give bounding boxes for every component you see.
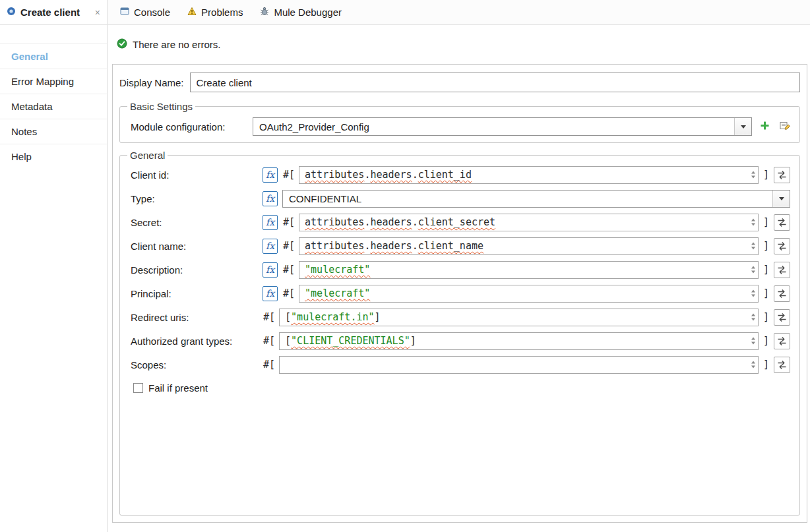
tab-console[interactable]: Console [111,0,179,24]
spinner-down-icon [751,247,755,250]
edit-config-icon [780,121,791,133]
module-configuration-select[interactable]: OAuth2_Provider_Config [253,117,752,136]
spinner-up-icon [751,171,755,174]
field-label-description: Description: [131,264,263,276]
spinner-control[interactable] [751,314,755,321]
tab-create-client[interactable]: Create client × [0,0,108,24]
code-token: . [412,216,418,228]
general-legend: General [127,150,168,161]
sidebar-item-help[interactable]: Help [0,144,107,169]
sidebar-item-general[interactable]: General [0,44,107,69]
fx-toggle-button[interactable]: fx [263,191,278,206]
fx-toggle-button[interactable]: fx [263,286,278,301]
mule-operation-icon [7,7,16,18]
expression-editor-button[interactable] [774,357,790,373]
field-row-type: Type:fxCONFIDENTIAL [125,187,794,210]
expression-input-principal[interactable]: "melecraft" [299,285,759,303]
tab-console-label: Console [134,7,170,18]
sidebar-item-notes[interactable]: Notes [0,119,107,144]
fx-toggle-button[interactable]: fx [263,167,278,183]
code-token: client_secret [418,216,495,228]
add-config-button[interactable] [757,119,772,134]
fx-toggle-button[interactable]: fx [263,262,278,278]
fail-if-present-checkbox[interactable] [133,383,143,393]
properties-sidebar: General Error Mapping Metadata Notes Hel… [0,25,108,532]
chevron-down-icon[interactable] [772,191,790,207]
expression-close-bracket: ] [763,169,769,181]
field-row-principal: Principal:fx#["melecraft"] [125,281,794,305]
spinner-down-icon [751,176,755,179]
spinner-down-icon [751,223,755,226]
expression-input-client-name[interactable]: attributes.headers.client_name [299,237,759,255]
code-token: attributes [305,169,364,181]
spinner-control[interactable] [751,171,755,179]
no-errors-check-icon [117,38,127,51]
spinner-down-icon [751,366,755,369]
close-icon[interactable]: × [95,7,100,18]
fx-toggle-button[interactable]: fx [263,239,278,254]
expression-close-bracket: ] [763,335,769,347]
code-token: [ [285,335,291,347]
code-token: . [412,240,418,252]
chevron-down-icon[interactable] [734,118,751,135]
console-icon [120,7,129,18]
expression-editor-button[interactable] [774,333,790,349]
expression-input-client-id[interactable]: attributes.headers.client_id [299,166,759,184]
expression-editor-button[interactable] [774,238,790,254]
expression-input-scopes[interactable] [279,356,759,374]
code-token: . [364,216,370,228]
spinner-up-icon [751,219,755,222]
field-label-principal: Principal: [131,288,263,299]
code-token: client_id [418,169,472,181]
edit-config-button[interactable] [777,119,793,134]
spinner-control[interactable] [751,361,755,369]
spinner-control[interactable] [751,338,755,345]
status-row: There are no errors. [112,25,807,64]
expression-input-authorized-grant-types[interactable]: ["CLIENT_CREDENTIALS"] [279,332,759,350]
main-panel: There are no errors. Display Name: Basic… [108,25,810,532]
tab-mule-debugger-label: Mule Debugger [274,7,342,18]
field-label-redirect-uris: Redirect uris: [131,312,263,323]
expression-editor-button[interactable] [774,214,790,231]
expression-editor-button[interactable] [774,167,790,183]
expression-input-secret[interactable]: attributes.headers.client_secret [299,214,759,231]
spinner-up-icon [751,290,755,293]
expression-editor-button[interactable] [774,285,790,302]
field-label-secret: Secret: [131,217,263,228]
code-token: "CLIENT_CREDENTIALS" [291,335,410,347]
add-plus-icon [760,121,770,133]
expression-open-bracket: #[ [283,240,295,252]
sidebar-item-metadata[interactable]: Metadata [0,94,107,119]
field-row-client-id: Client id:fx#[attributes.headers.client_… [125,163,794,187]
spinner-up-icon [751,266,755,269]
code-token: . [364,240,370,252]
spinner-control[interactable] [751,290,755,297]
code-token: [ [285,311,291,323]
view-tabs: Console Problems Mule Debugger [108,0,350,24]
select-type[interactable]: CONFIDENTIAL [282,190,790,208]
expression-editor-button[interactable] [774,262,790,278]
fx-toggle-button[interactable]: fx [263,215,278,230]
field-row-scopes: Scopes:#[] [125,353,794,376]
field-row-authorized-grant-types: Authorized grant types:#[["CLIENT_CREDEN… [125,329,794,353]
expression-input-redirect-uris[interactable]: ["mulecraft.in"] [279,309,759,326]
tab-mule-debugger[interactable]: Mule Debugger [251,0,350,24]
spinner-control[interactable] [751,219,755,226]
spinner-control[interactable] [751,266,755,274]
expression-open-bracket: #[ [263,335,275,347]
display-name-row: Display Name: [119,73,800,92]
expression-editor-button[interactable] [774,309,790,326]
expression-close-bracket: ] [763,240,769,252]
expression-input-description[interactable]: "mulecraft" [299,261,759,279]
anypoint-studio-properties-view: Create client × Console Problems Mule [0,0,810,532]
basic-settings-group: Basic Settings Module configuration: OAu… [119,101,800,143]
display-name-label: Display Name: [119,77,184,88]
tab-problems[interactable]: Problems [179,0,251,24]
display-name-input[interactable] [190,73,800,92]
code-token: ] [410,335,416,347]
sidebar-item-error-mapping[interactable]: Error Mapping [0,69,107,94]
basic-settings-legend: Basic Settings [127,101,195,112]
properties-form-panel: Display Name: Basic Settings Module conf… [112,64,807,523]
spinner-up-icon [751,338,755,340]
spinner-control[interactable] [751,243,755,250]
